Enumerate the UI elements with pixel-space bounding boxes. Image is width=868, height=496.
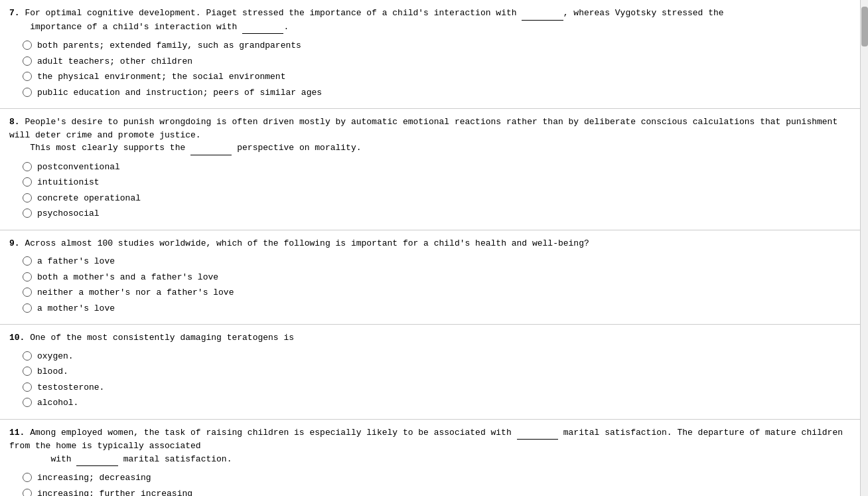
option-7-3[interactable]: the physical environment; the social env… [23,70,859,84]
radio-9-4[interactable] [23,303,32,313]
option-8-3-label: concrete operational [37,192,141,205]
option-9-3[interactable]: neither a mother's nor a father's love [23,286,859,299]
radio-10-4[interactable] [23,398,32,407]
question-11-number: 11. [9,428,25,438]
option-7-4-label: public education and instruction; peers … [37,86,322,100]
question-9-options: a father's love both a mother's and a fa… [9,255,859,315]
option-9-3-label: neither a mother's nor a father's love [37,286,234,299]
question-10: 10. One of the most consistently damagin… [0,325,868,420]
blank-7a [522,7,563,21]
question-8-text: 8. People's desire to punish wrongdoing … [9,116,859,155]
option-11-2[interactable]: increasing; further increasing [23,487,859,497]
radio-8-2[interactable] [23,177,32,187]
question-7-text: 7. For optimal cognitive development. Pi… [9,7,859,34]
blank-11a [517,426,558,440]
radio-9-3[interactable] [23,288,32,297]
question-9-number: 9. [9,238,20,248]
radio-11-2[interactable] [23,489,32,497]
option-8-3[interactable]: concrete operational [23,192,859,205]
option-8-1-label: postconventional [37,161,120,174]
radio-7-4[interactable] [23,88,32,97]
question-9: 9. Across almost 100 studies worldwide, … [0,230,868,325]
option-8-2[interactable]: intuitionist [23,176,859,189]
scrollbar[interactable] [860,0,868,496]
question-11-options: increasing; decreasing increasing; furth… [9,471,859,496]
option-7-1[interactable]: both parents; extended family, such as g… [23,39,859,52]
radio-10-3[interactable] [23,382,32,392]
radio-7-2[interactable] [23,56,32,66]
option-9-2[interactable]: both a mother's and a father's love [23,271,859,284]
option-10-1[interactable]: oxygen. [23,350,859,363]
question-11: 11. Among employed women, the task of ra… [0,420,868,497]
scrollbar-thumb[interactable] [861,7,868,46]
option-10-4[interactable]: alcohol. [23,396,859,410]
option-10-4-label: alcohol. [37,396,78,410]
question-7-options: both parents; extended family, such as g… [9,39,859,99]
option-7-4[interactable]: public education and instruction; peers … [23,86,859,100]
radio-7-3[interactable] [23,72,32,81]
radio-9-2[interactable] [23,272,32,282]
option-11-1-label: increasing; decreasing [37,471,151,485]
blank-7b [242,21,283,35]
option-9-2-label: both a mother's and a father's love [37,271,218,284]
question-10-number: 10. [9,333,25,343]
option-10-3[interactable]: testosterone. [23,381,859,394]
question-11-text: 11. Among employed women, the task of ra… [9,426,859,467]
option-11-2-label: increasing; further increasing [37,487,192,497]
option-8-4[interactable]: psychosocial [23,207,859,220]
option-7-2[interactable]: adult teachers; other children [23,55,859,68]
option-7-2-label: adult teachers; other children [37,55,192,68]
option-8-4-label: psychosocial [37,207,100,220]
option-9-1[interactable]: a father's love [23,255,859,268]
option-9-4[interactable]: a mother's love [23,302,859,315]
option-7-3-label: the physical environment; the social env… [37,70,285,84]
option-11-1[interactable]: increasing; decreasing [23,471,859,485]
radio-11-1[interactable] [23,473,32,482]
radio-8-4[interactable] [23,208,32,218]
blank-11b [76,453,117,467]
question-7: 7. For optimal cognitive development. Pi… [0,0,868,109]
option-9-4-label: a mother's love [37,302,115,315]
radio-8-1[interactable] [23,162,32,171]
question-10-options: oxygen. blood. testosterone. alcohol. [9,350,859,410]
question-8-options: postconventional intuitionist concrete o… [9,161,859,220]
question-7-number: 7. [9,8,20,18]
option-10-3-label: testosterone. [37,381,104,394]
option-10-1-label: oxygen. [37,350,74,363]
option-10-2-label: blood. [37,365,68,378]
radio-9-1[interactable] [23,256,32,266]
question-10-text: 10. One of the most consistently damagin… [9,331,859,345]
option-8-1[interactable]: postconventional [23,161,859,174]
option-9-1-label: a father's love [37,255,115,268]
radio-8-3[interactable] [23,193,32,203]
option-7-1-label: both parents; extended family, such as g… [37,39,301,52]
question-8-number: 8. [9,117,20,127]
blank-8 [190,141,232,155]
question-8: 8. People's desire to punish wrongdoing … [0,109,868,230]
option-8-2-label: intuitionist [37,176,100,189]
radio-7-1[interactable] [23,41,32,50]
option-10-2[interactable]: blood. [23,365,859,378]
radio-10-1[interactable] [23,351,32,361]
question-9-text: 9. Across almost 100 studies worldwide, … [9,237,859,250]
radio-10-2[interactable] [23,367,32,376]
